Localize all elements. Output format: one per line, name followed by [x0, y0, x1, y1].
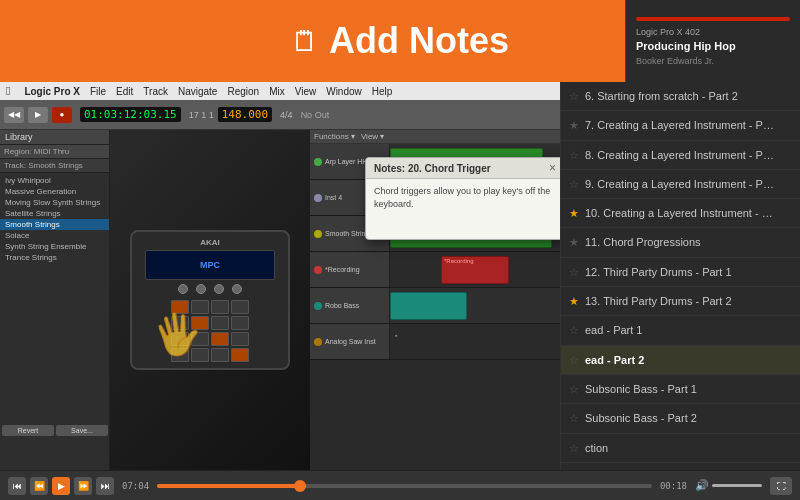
course-list-item[interactable]: ☆ 12. Third Party Drums - Part 1	[561, 258, 800, 287]
course-list-item[interactable]: ☆ 9. Creating a Layered Instrument - Par…	[561, 170, 800, 199]
course-list-item[interactable]: ★ 11. Chord Progressions	[561, 228, 800, 257]
pad[interactable]	[211, 316, 229, 330]
menu-app[interactable]: Logic Pro X	[24, 86, 80, 97]
revert-btn[interactable]: Revert	[2, 425, 54, 436]
menu-help[interactable]: Help	[372, 86, 393, 97]
menu-view[interactable]: View	[295, 86, 317, 97]
red-bar	[636, 17, 790, 21]
course-list-item[interactable]: ★ 7. Creating a Layered Instrument - Par…	[561, 111, 800, 140]
course-tag: Logic Pro X 402	[636, 27, 790, 37]
item-label-active: ead - Part 2	[585, 353, 792, 367]
pad[interactable]	[231, 348, 249, 362]
library-title: Library	[0, 130, 109, 145]
functions-btn[interactable]: Functions ▾	[314, 132, 355, 141]
track-clip[interactable]: *Recording	[441, 256, 509, 284]
course-list-item[interactable]: ★ 13. Third Party Drums - Part 2	[561, 287, 800, 316]
knob	[196, 284, 206, 294]
track-name: Analog Saw Inst	[310, 324, 390, 359]
library-panel: Library Region: MIDI Thru Track: Smooth …	[0, 130, 110, 470]
save-btn[interactable]: Save...	[56, 425, 108, 436]
course-list-item[interactable]: ☆ 8. Creating a Layered Instrument - Par…	[561, 141, 800, 170]
menu-track[interactable]: Track	[143, 86, 168, 97]
library-item[interactable]: Ivy Whirlpool	[0, 175, 109, 186]
fullscreen-btn[interactable]: ⛶	[770, 477, 792, 495]
play-btn[interactable]: ▶	[28, 107, 48, 123]
course-list-item[interactable]: ☆ ction	[561, 434, 800, 463]
star-icon: ☆	[569, 442, 579, 455]
library-item[interactable]: Solace	[0, 230, 109, 241]
knob	[178, 284, 188, 294]
star-icon: ★	[569, 236, 579, 249]
course-list-item[interactable]: ☆ ead - Part 1	[561, 316, 800, 345]
track-row: Robo Bass	[310, 288, 560, 324]
menu-mix[interactable]: Mix	[269, 86, 285, 97]
pad[interactable]	[211, 348, 229, 362]
note-popup-header: Notes: 20. Chord Trigger ×	[366, 158, 560, 179]
track-header: Functions ▾ View ▾	[310, 130, 560, 144]
star-icon: ☆	[569, 383, 579, 396]
item-label: Subsonic Bass - Part 1	[585, 382, 792, 396]
course-list-item[interactable]: ★ 10. Creating a Layered Instrument - Pa…	[561, 199, 800, 228]
daw-area:  Logic Pro X File Edit Track Navigate R…	[0, 82, 560, 470]
mpc-label: MPC	[200, 260, 220, 270]
play-pause-btn[interactable]: ▶	[52, 477, 70, 495]
menu-region[interactable]: Region	[227, 86, 259, 97]
akai-device: AKAI MPC	[130, 230, 290, 370]
star-icon: ☆	[569, 324, 579, 337]
library-item[interactable]: Synth String Ensemble	[0, 241, 109, 252]
item-label: ction	[585, 441, 792, 455]
volume-area: 🔊	[695, 479, 762, 492]
course-list-item[interactable]: ☆ 6. Starting from scratch - Part 2	[561, 82, 800, 111]
note-popup-title: Notes: 20. Chord Trigger	[374, 163, 491, 174]
track-label: Track: Smooth Strings	[0, 159, 109, 173]
track-content[interactable]: ▪	[390, 324, 560, 359]
track-content[interactable]: *Recording	[390, 252, 560, 287]
track-content[interactable]	[390, 288, 560, 323]
course-list-item[interactable]: ☆ Subsonic Bass - Part 1	[561, 375, 800, 404]
course-list-item[interactable]: ☆ Subsonic Bass - Part 2	[561, 404, 800, 433]
menu-file[interactable]: File	[90, 86, 106, 97]
fwd-btn[interactable]: ⏩	[74, 477, 92, 495]
track-clip[interactable]	[390, 292, 467, 320]
mac-menubar:  Logic Pro X File Edit Track Navigate R…	[0, 82, 560, 100]
menu-window[interactable]: Window	[326, 86, 362, 97]
item-label: 9. Creating a Layered Instrument - Part	[585, 177, 775, 191]
library-footer-buttons: Revert Save...	[0, 423, 110, 438]
item-label: Subsonic Bass - Part 2	[585, 411, 792, 425]
library-item[interactable]: Satellite Strings	[0, 208, 109, 219]
course-list-item[interactable]: ☆ Drums	[561, 463, 800, 470]
library-item[interactable]: Trance Strings	[0, 252, 109, 263]
pad[interactable]	[231, 300, 249, 314]
library-item-selected[interactable]: Smooth Strings	[0, 219, 109, 230]
next-btn[interactable]: ⏭	[96, 477, 114, 495]
progress-bar[interactable]	[157, 484, 652, 488]
note-popup-close-btn[interactable]: ×	[549, 162, 556, 174]
library-item[interactable]: Massive Generation	[0, 186, 109, 197]
akai-screen: MPC	[145, 250, 275, 280]
star-icon: ☆	[569, 90, 579, 103]
hand-icon: 🖐	[148, 307, 205, 362]
course-author: Booker Edwards Jr.	[636, 56, 790, 66]
record-btn[interactable]: ●	[52, 107, 72, 123]
course-list-item-active[interactable]: ☆ ead - Part 2	[561, 346, 800, 375]
note-popup-body: Chord triggers allow you to play key's o…	[366, 179, 560, 239]
menu-navigate[interactable]: Navigate	[178, 86, 217, 97]
volume-slider[interactable]	[712, 484, 762, 487]
prev-btn[interactable]: ⏮	[8, 477, 26, 495]
item-label: 8. Creating a Layered Instrument - Part	[585, 148, 775, 162]
back-btn[interactable]: ⏪	[30, 477, 48, 495]
rewind-btn[interactable]: ◀◀	[4, 107, 24, 123]
star-icon-gold: ★	[569, 207, 579, 220]
pad[interactable]	[231, 332, 249, 346]
doc-icon: 🗒	[291, 25, 319, 58]
pad[interactable]	[231, 316, 249, 330]
library-item[interactable]: Moving Slow Synth Strings	[0, 197, 109, 208]
library-list: Ivy Whirlpool Massive Generation Moving …	[0, 173, 109, 265]
pad[interactable]	[211, 332, 229, 346]
menu-edit[interactable]: Edit	[116, 86, 133, 97]
view-btn[interactable]: View ▾	[361, 132, 384, 141]
progress-fill	[157, 484, 305, 488]
pad[interactable]	[211, 300, 229, 314]
track-row: Analog Saw Inst ▪	[310, 324, 560, 360]
item-label: 11. Chord Progressions	[585, 235, 792, 249]
